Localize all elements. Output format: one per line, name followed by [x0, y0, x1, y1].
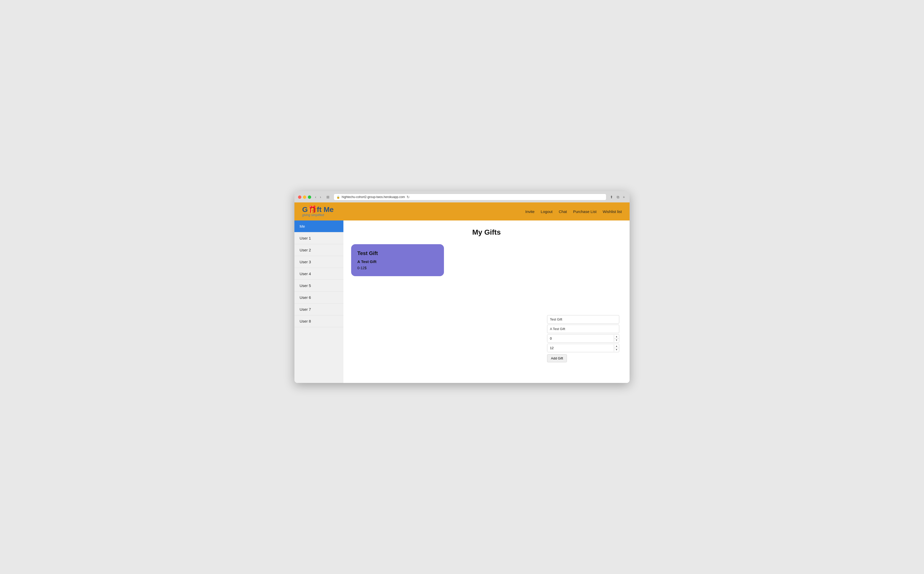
app: G🎁ft Me giving simplified Invite Logout … [294, 202, 630, 383]
sidebar-item-user8[interactable]: User 8 [294, 315, 343, 327]
browser-chrome: ‹ › ⊞ 🔒 hightechu-cohort2-group-twos.her… [294, 191, 630, 202]
content-area: Me User 1 User 2 User 3 User 4 User 5 Us… [294, 221, 630, 383]
max-decrement-button[interactable]: ▼ [614, 348, 619, 352]
wishlist-link[interactable]: Wishlist list [603, 210, 622, 214]
invite-link[interactable]: Invite [526, 210, 535, 214]
logo-subtitle: giving simplified [302, 213, 334, 217]
max-increment-button[interactable]: ▲ [614, 344, 619, 348]
forward-button[interactable]: › [319, 194, 323, 200]
main-content: My Gifts Test Gift A Test Gift 0-12$ [343, 221, 630, 383]
sidebar-item-user3[interactable]: User 3 [294, 256, 343, 268]
sidebar-item-user2[interactable]: User 2 [294, 244, 343, 256]
gift-name-input[interactable] [547, 315, 619, 323]
maximize-button[interactable] [308, 196, 311, 199]
browser-window: ‹ › ⊞ 🔒 hightechu-cohort2-group-twos.her… [294, 191, 630, 383]
page-title: My Gifts [351, 228, 622, 237]
sidebar-item-user5[interactable]: User 5 [294, 280, 343, 292]
sidebar-item-user7[interactable]: User 7 [294, 303, 343, 315]
chat-link[interactable]: Chat [559, 210, 567, 214]
share-button[interactable]: ⬆ [609, 194, 614, 200]
logo: G🎁ft Me giving simplified [302, 206, 334, 217]
min-increment-button[interactable]: ▲ [614, 335, 619, 339]
close-button[interactable] [298, 196, 301, 199]
url-text: hightechu-cohort2-group-twos.herokuapp.c… [342, 195, 405, 199]
gift-max-price-input[interactable] [547, 344, 614, 352]
minimize-button[interactable] [303, 196, 306, 199]
gift-card[interactable]: Test Gift A Test Gift 0-12$ [351, 244, 444, 276]
logo-title: G🎁ft Me [302, 206, 334, 213]
max-spinner-buttons: ▲ ▼ [614, 344, 619, 352]
add-gift-form: ▲ ▼ ▲ ▼ Add Gift [547, 315, 619, 362]
gift-description-input[interactable] [547, 325, 619, 333]
sidebar-item-user1[interactable]: User 1 [294, 232, 343, 244]
gift-card-price: 0-12$ [357, 266, 438, 270]
traffic-lights [298, 196, 311, 199]
purchase-list-link[interactable]: Purchase List [573, 210, 597, 214]
gift-card-title: Test Gift [357, 251, 438, 256]
gift-card-description: A Test Gift [357, 259, 438, 264]
gift-max-price-spinner: ▲ ▼ [547, 344, 619, 352]
refresh-button[interactable]: ↻ [406, 195, 410, 199]
nav-buttons: ‹ › [314, 194, 322, 200]
lock-icon: 🔒 [337, 196, 340, 199]
sidebar: Me User 1 User 2 User 3 User 4 User 5 Us… [294, 221, 343, 383]
gift-min-price-spinner: ▲ ▼ [547, 334, 619, 343]
browser-actions: ⬆ ⧉ + [609, 194, 626, 200]
new-tab-button[interactable]: + [622, 194, 626, 200]
add-gift-button[interactable]: Add Gift [547, 354, 567, 362]
sidebar-item-me[interactable]: Me [294, 221, 343, 232]
tabs-button[interactable]: ⧉ [615, 194, 620, 200]
navbar: G🎁ft Me giving simplified Invite Logout … [294, 202, 630, 221]
gift-min-price-input[interactable] [547, 334, 614, 342]
gifts-grid: Test Gift A Test Gift 0-12$ [351, 244, 622, 276]
sidebar-item-user4[interactable]: User 4 [294, 268, 343, 280]
logout-link[interactable]: Logout [541, 210, 553, 214]
nav-links: Invite Logout Chat Purchase List Wishlis… [526, 210, 622, 214]
view-button[interactable]: ⊞ [325, 194, 331, 200]
back-button[interactable]: ‹ [314, 194, 318, 200]
min-decrement-button[interactable]: ▼ [614, 339, 619, 342]
sidebar-item-user6[interactable]: User 6 [294, 292, 343, 303]
min-spinner-buttons: ▲ ▼ [614, 335, 619, 342]
address-bar[interactable]: 🔒 hightechu-cohort2-group-twos.herokuapp… [334, 194, 606, 200]
